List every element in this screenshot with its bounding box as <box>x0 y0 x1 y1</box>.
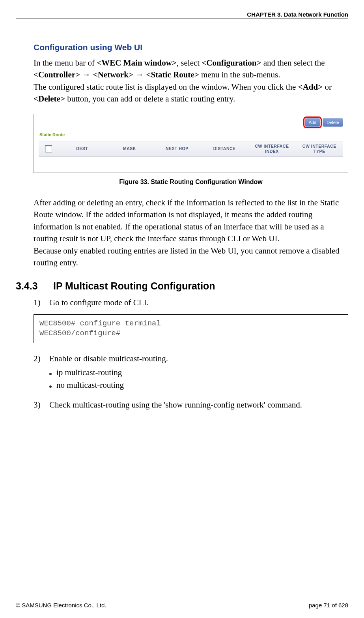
footer-page-number: page 71 of 628 <box>309 602 348 609</box>
paragraph-after-figure: After adding or deleting an entry, check… <box>34 197 348 269</box>
bullet-text: ip multicast-routing <box>56 366 122 378</box>
figure-caption: Figure 33. Static Routing Configuration … <box>34 178 348 186</box>
step-text: Enable or disable multicast-routing. <box>49 353 348 364</box>
arrow-icon: → <box>133 70 146 79</box>
add-button[interactable]: Add <box>305 118 321 127</box>
step-number: 3) <box>34 399 49 411</box>
bullet-icon <box>49 373 52 375</box>
section-number: 3.4.3 <box>16 280 53 292</box>
figure-static-route-window: Add Delete Static Route DEST MASK NEXT H… <box>34 114 348 173</box>
bold-wec-main: <WEC Main window> <box>97 58 176 68</box>
paragraph-nav-instructions: In the menu bar of <WEC Main window>, se… <box>34 57 348 105</box>
select-all-checkbox[interactable] <box>45 145 52 152</box>
bold-delete: <Delete> <box>34 94 65 103</box>
bullet-ip-multicast: ip multicast-routing <box>49 366 348 378</box>
col-dest: DEST <box>58 146 106 151</box>
col-mask: MASK <box>106 146 153 151</box>
col-cw-type: CW INTERFACE TYPE <box>296 144 343 154</box>
bold-add: <Add> <box>298 82 323 92</box>
text: After adding or deleting an entry, check… <box>34 198 339 243</box>
panel-label-static-route: Static Route <box>39 132 343 137</box>
bullet-text: no multicast-routing <box>56 379 124 391</box>
text: button, you can add or delete a static r… <box>65 94 235 103</box>
bold-configuration: <Configuration> <box>202 58 261 68</box>
table-header-row: DEST MASK NEXT HOP DISTANCE CW INTERFACE… <box>39 141 343 157</box>
step-text: Go to configure mode of CLI. <box>49 297 149 308</box>
step-number: 1) <box>34 297 49 308</box>
step-2: 2) Enable or disable multicast-routing. … <box>34 353 348 392</box>
footer-copyright: © SAMSUNG Electronics Co., Ltd. <box>16 602 106 609</box>
bold-controller: <Controller> <box>34 70 80 79</box>
bold-static-route: <Static Route> <box>146 70 199 79</box>
col-distance: DISTANCE <box>201 146 248 151</box>
col-nexthop: NEXT HOP <box>153 146 201 151</box>
step-text: Check multicast-routing using the 'show … <box>49 399 302 411</box>
arrow-icon: → <box>80 70 93 79</box>
section-title-multicast: IP Multicast Routing Configuration <box>53 280 215 292</box>
step-1: 1) Go to configure mode of CLI. <box>34 297 348 308</box>
step-3: 3) Check multicast-routing using the 'sh… <box>34 399 348 411</box>
delete-button[interactable]: Delete <box>323 118 343 127</box>
text: Because only enabled routing entries are… <box>34 246 340 267</box>
col-cw-index: CW INTERFACE INDEX <box>248 144 295 154</box>
text: menu in the sub-menus. <box>199 70 280 79</box>
text: The configured static route list is disp… <box>34 82 298 92</box>
bullet-icon <box>49 385 52 388</box>
code-block-cli: WEC8500# configure terminal WEC8500/conf… <box>34 314 348 343</box>
bullet-no-multicast: no multicast-routing <box>49 379 348 391</box>
text: In the menu bar of <box>34 58 97 68</box>
bold-network: <Network> <box>93 70 133 79</box>
text: and then select the <box>261 58 325 68</box>
step-number: 2) <box>34 353 49 392</box>
text: , select <box>177 58 202 68</box>
page-header: CHAPTER 3. Data Network Function <box>16 11 348 19</box>
section-title-web-ui: Configuration using Web UI <box>34 43 348 52</box>
text: or <box>323 82 332 92</box>
